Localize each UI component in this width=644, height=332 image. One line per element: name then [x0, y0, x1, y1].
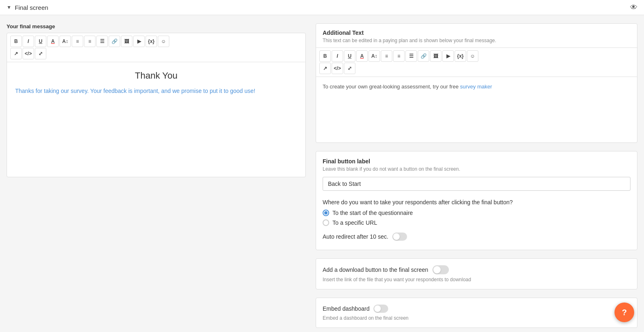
page-header: ▼ Final screen 👁: [0, 0, 644, 15]
left-panel: Your final message B I U A A↕ ≡ ≡ ☰ 🔗 🖼 …: [7, 23, 306, 328]
auto-redirect-label: Auto redirect after 10 sec.: [323, 233, 388, 240]
download-desc: Insert the link of the file that you wan…: [323, 277, 630, 282]
add-bold-button[interactable]: B: [319, 50, 331, 62]
radio-url-circle: [323, 219, 329, 226]
editor-toolbar: B I U A A↕ ≡ ≡ ☰ 🔗 🖼 ▶ {x} ☺ ↗ </>: [7, 33, 305, 62]
add-video-button[interactable]: ▶: [442, 50, 454, 62]
add-align-left-button[interactable]: ≡: [393, 50, 405, 62]
embed-knob: [374, 305, 381, 312]
help-button[interactable]: ?: [614, 303, 634, 322]
additional-text-section: Additional Text This text can be edited …: [316, 23, 637, 143]
expand-button[interactable]: ⤢: [35, 48, 46, 59]
final-button-desc: Leave this blank if you do not want a bu…: [323, 166, 630, 172]
image-button[interactable]: 🖼: [121, 36, 132, 47]
survey-maker-link[interactable]: survey maker: [460, 84, 492, 90]
code-button[interactable]: </>: [23, 48, 34, 59]
add-font-style-button[interactable]: ↗: [319, 63, 331, 74]
radio-group: To the start of the questionnaire To a s…: [323, 210, 630, 226]
auto-redirect-row: Auto redirect after 10 sec.: [323, 233, 630, 241]
add-link-button[interactable]: 🔗: [418, 50, 429, 62]
auto-redirect-toggle[interactable]: [392, 233, 407, 241]
final-message-editor: B I U A A↕ ≡ ≡ ☰ 🔗 🖼 ▶ {x} ☺ ↗ </>: [7, 33, 306, 177]
embed-toggle[interactable]: [373, 305, 388, 313]
embed-desc: Embed a dashboard on the final screen: [323, 315, 630, 321]
download-section: Add a download button to the final scree…: [316, 258, 637, 289]
download-toggle-row: Add a download button to the final scree…: [323, 265, 630, 274]
add-code-button[interactable]: </>: [332, 63, 343, 74]
auto-redirect-knob: [393, 233, 400, 240]
your-final-message-label: Your final message: [7, 23, 306, 29]
add-underline-button[interactable]: U: [344, 50, 355, 62]
additional-text-editor: B I U A A↕ ≡ ≡ ☰ 🔗 🖼 ▶ {x} ☺: [316, 47, 637, 142]
radio-start-label: To the start of the questionnaire: [332, 210, 413, 216]
bold-button[interactable]: B: [10, 36, 22, 47]
video-button[interactable]: ▶: [133, 36, 145, 47]
additional-toolbar-row-2: ↗ </> ⤢: [319, 63, 634, 74]
add-list-button[interactable]: ☰: [405, 50, 417, 62]
add-font-size-button[interactable]: A↕: [369, 50, 380, 62]
add-font-color-button[interactable]: A: [356, 50, 368, 62]
variable-button[interactable]: {x}: [146, 36, 157, 47]
additional-text-title: Additional Text: [323, 29, 630, 36]
align-center-button[interactable]: ≡: [72, 36, 83, 47]
font-color-button[interactable]: A: [47, 36, 59, 47]
add-variable-button[interactable]: {x}: [455, 50, 466, 62]
chevron-down-icon[interactable]: ▼: [7, 5, 11, 10]
radio-start[interactable]: To the start of the questionnaire: [323, 210, 630, 216]
emoji-button[interactable]: ☺: [158, 36, 169, 47]
italic-button[interactable]: I: [23, 36, 34, 47]
add-italic-button[interactable]: I: [332, 50, 343, 62]
final-button-section: Final button label Leave this blank if y…: [316, 151, 637, 250]
page-title: Final screen: [15, 4, 48, 11]
add-expand-button[interactable]: ⤢: [344, 63, 355, 74]
download-knob: [433, 266, 441, 273]
radio-url-label: To a specific URL: [332, 219, 377, 226]
embed-toggle-row: Embed dashboard: [323, 305, 630, 313]
additional-text-desc: This text can be edited in a paying plan…: [323, 38, 630, 43]
add-emoji-button[interactable]: ☺: [467, 50, 478, 62]
editor-title: Thank You: [15, 70, 297, 81]
radio-url[interactable]: To a specific URL: [323, 219, 630, 226]
add-align-center-button[interactable]: ≡: [381, 50, 392, 62]
toolbar-row-1: B I U A A↕ ≡ ≡ ☰ 🔗 🖼 ▶ {x} ☺: [10, 36, 302, 47]
align-left-button[interactable]: ≡: [84, 36, 96, 47]
list-button[interactable]: ☰: [96, 36, 108, 47]
eye-icon[interactable]: 👁: [630, 3, 637, 12]
additional-toolbar: B I U A A↕ ≡ ≡ ☰ 🔗 🖼 ▶ {x} ☺: [316, 48, 637, 77]
embed-section: Embed dashboard Embed a dashboard on the…: [316, 298, 637, 328]
link-button[interactable]: 🔗: [109, 36, 120, 47]
main-content: Your final message B I U A A↕ ≡ ≡ ☰ 🔗 🖼 …: [0, 15, 644, 332]
final-button-title: Final button label: [323, 158, 630, 165]
additional-text-prefix: To create your own great-looking assessm…: [323, 84, 460, 90]
font-style-button[interactable]: ↗: [10, 48, 22, 59]
font-size-button[interactable]: A↕: [59, 36, 71, 47]
additional-text-header: Additional Text This text can be edited …: [316, 24, 637, 47]
download-label: Add a download button to the final scree…: [323, 267, 428, 273]
redirect-question: Where do you want to take your responden…: [323, 199, 630, 206]
right-panel: Additional Text This text can be edited …: [316, 23, 637, 328]
final-message-body[interactable]: Thank You Thanks for taking our survey. …: [7, 62, 305, 177]
final-button-input[interactable]: [323, 177, 630, 191]
underline-button[interactable]: U: [35, 36, 46, 47]
additional-editor-body[interactable]: To create your own great-looking assessm…: [316, 77, 637, 142]
download-toggle[interactable]: [432, 265, 449, 274]
redirect-section: Where do you want to take your responden…: [323, 199, 630, 241]
additional-toolbar-row-1: B I U A A↕ ≡ ≡ ☰ 🔗 🖼 ▶ {x} ☺: [319, 50, 634, 62]
editor-subtitle: Thanks for taking our survey. Your feedb…: [15, 88, 297, 94]
radio-start-inner: [324, 211, 328, 215]
add-image-button[interactable]: 🖼: [430, 50, 441, 62]
toolbar-row-2: ↗ </> ⤢: [10, 48, 302, 59]
embed-dashboard-label: Embed dashboard: [323, 305, 369, 312]
radio-start-circle: [323, 210, 329, 216]
